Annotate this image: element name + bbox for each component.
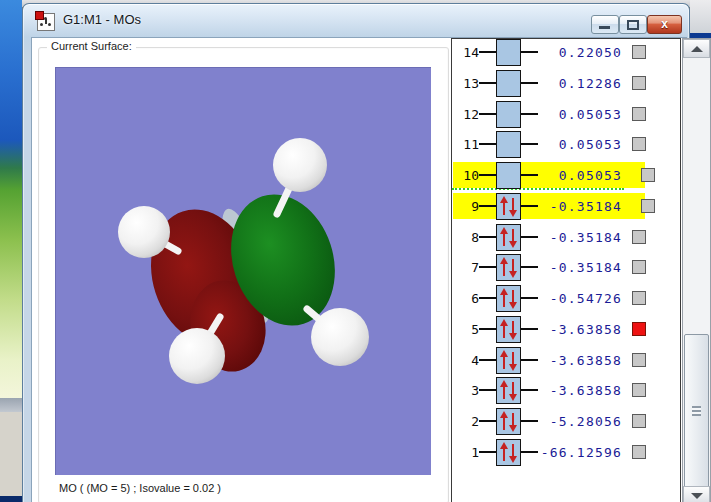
spin-up-down-arrows-icon	[497, 378, 520, 403]
orbital-box-icon[interactable]	[496, 316, 521, 343]
mo-row[interactable]: 9 -0.35184	[453, 193, 645, 219]
mo-number: 13	[453, 76, 479, 91]
mo-checkbox[interactable]	[632, 107, 646, 121]
mo-number: 6	[453, 291, 479, 306]
mo-checkbox[interactable]	[632, 230, 646, 244]
mo-level-icon[interactable]	[479, 101, 538, 127]
mo-level-icon[interactable]	[479, 39, 538, 65]
close-button[interactable]: x	[647, 15, 682, 34]
mo-level-icon[interactable]	[479, 193, 538, 219]
mo-level-icon[interactable]	[479, 285, 538, 311]
mo-checkbox[interactable]	[641, 199, 655, 213]
hydrogen-atom	[311, 308, 369, 366]
scrollbar-thumb[interactable]	[684, 334, 709, 488]
window-titlebar[interactable]: G1:M1 - MOs x	[23, 4, 689, 37]
scroll-up-button[interactable]	[683, 39, 710, 58]
mo-number: 5	[453, 322, 479, 337]
mo-row[interactable]: 3 -3.63858	[453, 377, 645, 403]
mo-row[interactable]: 2 -5.28056	[453, 408, 645, 434]
window-title: G1:M1 - MOs	[63, 12, 141, 27]
mo-surface-rendering	[56, 68, 431, 475]
orbital-box-icon[interactable]	[496, 377, 521, 404]
mo-level-icon[interactable]	[479, 70, 538, 96]
spin-up-down-arrows-icon	[497, 348, 520, 373]
mo-row[interactable]: 5 -3.63858	[453, 316, 645, 342]
orbital-box-icon[interactable]	[496, 439, 521, 466]
orbital-box-icon[interactable]	[496, 254, 521, 281]
mo-energy-value: 0.12286	[538, 76, 622, 91]
orbital-box-icon[interactable]	[496, 347, 521, 374]
mo-level-icon[interactable]	[479, 131, 538, 157]
mo-number: 14	[453, 45, 479, 60]
mo-energy-value: -66.12596	[538, 445, 622, 460]
orbital-box-icon[interactable]	[496, 70, 521, 97]
mo-level-icon[interactable]	[479, 377, 538, 403]
spin-up-down-arrows-icon	[497, 286, 520, 311]
minimize-button[interactable]	[591, 15, 619, 34]
mo-row[interactable]: 12 0.05053	[453, 101, 645, 127]
background-window-corner	[690, 0, 711, 33]
orbital-box-icon[interactable]	[496, 131, 521, 158]
mo-row[interactable]: 11 0.05053	[453, 131, 645, 157]
mo-level-icon[interactable]	[479, 254, 538, 280]
mo-row[interactable]: 4 -3.63858	[453, 347, 645, 373]
mo-number: 12	[453, 107, 479, 122]
mo-row[interactable]: 1 -66.12596	[453, 439, 645, 465]
mo-level-icon[interactable]	[479, 162, 538, 188]
mo-energy-value: -0.35184	[538, 260, 622, 275]
orbital-box-icon[interactable]	[496, 408, 521, 435]
mo-energy-value: -3.63858	[538, 322, 622, 337]
mo-number: 9	[453, 199, 479, 214]
spin-up-down-arrows-icon	[497, 194, 520, 219]
mo-level-icon[interactable]	[479, 439, 538, 465]
mo-checkbox[interactable]	[632, 260, 646, 274]
gaussview-molecule-icon	[37, 13, 55, 31]
molecule-viewport[interactable]	[55, 67, 431, 475]
mo-checkbox[interactable]	[632, 45, 646, 59]
mo-level-icon[interactable]	[479, 316, 538, 342]
mo-number: 8	[453, 230, 479, 245]
scrollbar-grip-icon	[692, 406, 701, 416]
current-surface-groupbox: Current Surface:	[38, 47, 449, 502]
mo-checkbox[interactable]	[632, 76, 646, 90]
mo-checkbox[interactable]	[632, 291, 646, 305]
mo-checkbox[interactable]	[632, 137, 646, 151]
mo-number: 4	[453, 353, 479, 368]
mo-row[interactable]: 7 -0.35184	[453, 254, 645, 280]
orbital-box-icon[interactable]	[496, 285, 521, 312]
mo-number: 1	[453, 445, 479, 460]
maximize-icon	[627, 20, 639, 30]
scroll-down-button[interactable]	[683, 486, 710, 502]
spin-up-down-arrows-icon	[497, 440, 520, 465]
mo-level-icon[interactable]	[479, 224, 538, 250]
mo-checkbox[interactable]	[632, 383, 646, 397]
mo-row[interactable]: 14 0.22050	[453, 39, 645, 65]
maximize-button[interactable]	[619, 15, 647, 34]
mo-checkbox[interactable]	[632, 353, 646, 367]
mo-row[interactable]: 6 -0.54726	[453, 285, 645, 311]
mo-row[interactable]: 8 -0.35184	[453, 224, 645, 250]
mo-row[interactable]: 13 0.12286	[453, 70, 645, 96]
orbital-box-icon[interactable]	[496, 193, 521, 220]
background-window-edge	[0, 398, 22, 412]
mo-level-icon[interactable]	[479, 408, 538, 434]
desktop-corner	[0, 496, 22, 502]
minimize-icon	[599, 26, 610, 29]
mo-number: 7	[453, 260, 479, 275]
mo-checkbox[interactable]	[641, 168, 655, 182]
orbital-box-icon[interactable]	[496, 224, 521, 251]
mo-energy-value: 0.22050	[538, 45, 622, 60]
mo-list-scrollbar[interactable]	[682, 38, 711, 502]
orbital-box-icon[interactable]	[496, 162, 521, 189]
orbital-box-icon[interactable]	[496, 101, 521, 128]
background-window-fragment: View Vie R	[0, 398, 22, 502]
mo-checkbox[interactable]	[632, 322, 646, 336]
orbital-box-icon[interactable]	[496, 39, 521, 66]
mo-checkbox[interactable]	[632, 414, 646, 428]
mo-checkbox[interactable]	[632, 445, 646, 459]
surface-status-label: MO ( (MO = 5) ; Isovalue = 0.02 )	[59, 482, 221, 494]
mo-row[interactable]: 10 0.05053	[453, 162, 645, 188]
mo-level-icon[interactable]	[479, 347, 538, 373]
mo-energy-value: -0.35184	[538, 230, 622, 245]
mo-number: 2	[453, 414, 479, 429]
